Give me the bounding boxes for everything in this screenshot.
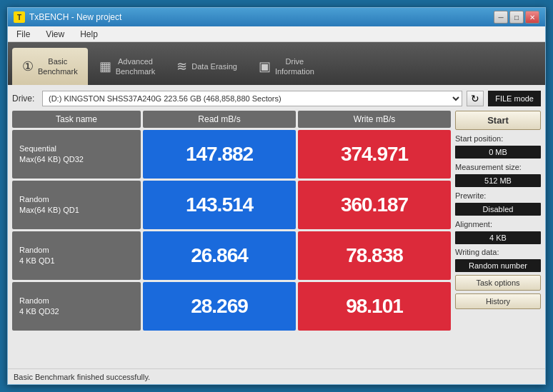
write-random-4kb-qd32: 98.101 [298, 282, 451, 331]
tab-basic-label: BasicBenchmark [38, 56, 78, 77]
right-panel: Start Start position: 0 MB Measurement s… [455, 111, 541, 364]
read-random-64kb-value: 143.514 [186, 194, 253, 216]
write-sequential: 374.971 [298, 130, 451, 179]
writing-data-label: Writing data: [455, 248, 541, 256]
start-button[interactable]: Start [455, 111, 541, 130]
start-position-value: 0 MB [455, 146, 541, 159]
header-write: Write mB/s [298, 111, 451, 128]
data-erasing-icon: ≋ [176, 59, 187, 74]
tab-data-erasing[interactable]: ≋ Data Erasing [166, 48, 247, 85]
read-random-4kb-qd32: 28.269 [143, 282, 296, 331]
menu-file[interactable]: File [12, 29, 34, 40]
table-row: SequentialMax(64 KB) QD32 147.882 374.97… [12, 130, 451, 179]
tab-advanced-benchmark[interactable]: ▦ AdvancedBenchmark [89, 48, 166, 85]
main-window: T TxBENCH - New project ─ □ ✕ File View … [7, 7, 546, 385]
read-random-4kb-qd1: 26.864 [143, 231, 296, 280]
drive-information-icon: ▣ [259, 59, 271, 74]
alignment-label: Alignment: [455, 220, 541, 228]
read-random-4kb-qd1-value: 26.864 [191, 244, 248, 267]
menu-help[interactable]: Help [76, 29, 102, 40]
drive-label: Drive: [12, 94, 38, 104]
drive-refresh-button[interactable]: ↻ [467, 91, 484, 106]
main-split: Task name Read mB/s Write mB/s Sequentia… [12, 111, 541, 364]
title-buttons: ─ □ ✕ [494, 11, 539, 24]
menu-view[interactable]: View [41, 29, 69, 40]
app-icon: T [14, 11, 25, 23]
drive-select[interactable]: (D:) KINGSTON SHSS37A240G 223.56 GB (468… [42, 91, 462, 106]
task-random-64kb: RandomMax(64 KB) QD1 [12, 181, 141, 229]
tab-advanced-label: AdvancedBenchmark [116, 56, 156, 77]
table-row: RandomMax(64 KB) QD1 143.514 360.187 [12, 181, 451, 229]
write-random-4kb-qd1-value: 78.838 [346, 244, 403, 267]
header-task-name: Task name [12, 111, 141, 128]
tab-drive-label: DriveInformation [275, 56, 314, 77]
title-bar-left: T TxBENCH - New project [14, 11, 121, 23]
read-random-4kb-qd32-value: 28.269 [191, 295, 248, 318]
table-header: Task name Read mB/s Write mB/s [12, 111, 451, 128]
prewrite-label: Prewrite: [455, 191, 541, 200]
content-area: Drive: (D:) KINGSTON SHSS37A240G 223.56 … [8, 85, 545, 368]
benchmark-table: Task name Read mB/s Write mB/s Sequentia… [12, 111, 451, 364]
history-button[interactable]: History [455, 293, 541, 309]
tab-bar: ① BasicBenchmark ▦ AdvancedBenchmark ≋ D… [8, 42, 545, 85]
maximize-button[interactable]: □ [509, 11, 524, 24]
task-options-button[interactable]: Task options [455, 275, 541, 291]
write-random-64kb: 360.187 [298, 181, 451, 229]
task-sequential: SequentialMax(64 KB) QD32 [12, 130, 141, 179]
close-button[interactable]: ✕ [525, 11, 539, 24]
title-bar: T TxBENCH - New project ─ □ ✕ [8, 8, 545, 26]
advanced-benchmark-icon: ▦ [99, 59, 111, 74]
tab-erasing-label: Data Erasing [191, 61, 237, 71]
read-sequential-value: 147.882 [186, 143, 253, 166]
write-random-64kb-value: 360.187 [341, 194, 408, 216]
start-position-label: Start position: [455, 134, 541, 143]
read-sequential: 147.882 [143, 130, 296, 179]
write-sequential-value: 374.971 [341, 143, 408, 166]
file-mode-button[interactable]: FILE mode [488, 91, 541, 106]
window-title: TxBENCH - New project [29, 12, 121, 22]
status-bar: Basic Benchmark finished successfully. [8, 368, 545, 384]
table-row: Random4 KB QD1 26.864 78.838 [12, 231, 451, 280]
menu-bar: File View Help [8, 26, 545, 42]
tab-basic-benchmark[interactable]: ① BasicBenchmark [12, 48, 88, 85]
task-random-4kb-qd32: Random4 KB QD32 [12, 282, 141, 331]
read-random-64kb: 143.514 [143, 181, 296, 229]
write-random-4kb-qd32-value: 98.101 [346, 295, 403, 318]
basic-benchmark-icon: ① [22, 59, 34, 74]
status-text: Basic Benchmark finished successfully. [14, 373, 150, 381]
header-read: Read mB/s [143, 111, 296, 128]
tab-drive-information[interactable]: ▣ DriveInformation [249, 48, 324, 85]
drive-bar: Drive: (D:) KINGSTON SHSS37A240G 223.56 … [12, 89, 541, 108]
task-random-4kb-qd1: Random4 KB QD1 [12, 231, 141, 280]
table-row: Random4 KB QD32 28.269 98.101 [12, 282, 451, 331]
write-random-4kb-qd1: 78.838 [298, 231, 451, 280]
measurement-size-value: 512 MB [455, 174, 541, 187]
prewrite-value: Disabled [455, 203, 541, 216]
alignment-value: 4 KB [455, 231, 541, 244]
measurement-size-label: Measurement size: [455, 163, 541, 171]
writing-data-value: Random number [455, 259, 541, 272]
minimize-button[interactable]: ─ [494, 11, 508, 24]
